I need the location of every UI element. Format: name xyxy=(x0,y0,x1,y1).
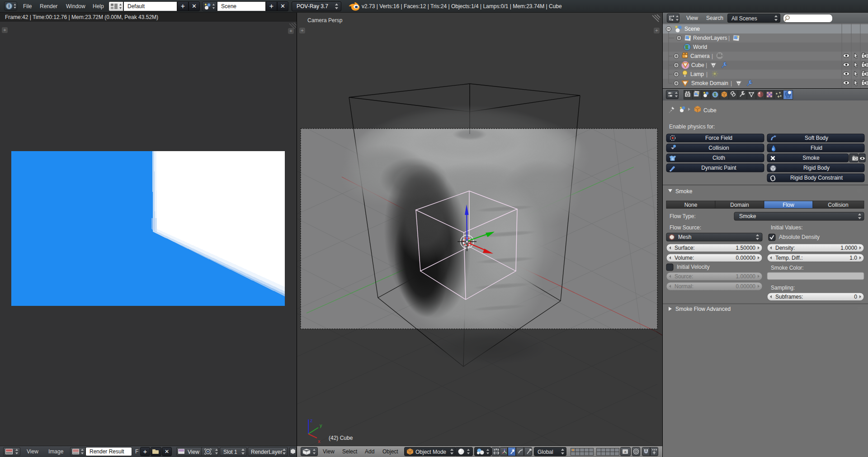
svg-text:y: y xyxy=(320,423,322,428)
svg-text:Absolute Density: Absolute Density xyxy=(779,234,820,240)
svg-text:Density:: Density: xyxy=(775,245,795,251)
svg-text:Flow: Flow xyxy=(783,202,794,208)
svg-text:Flow Type:: Flow Type: xyxy=(670,213,696,219)
svg-text:Fluid: Fluid xyxy=(811,145,822,151)
svg-text:(42) Cube: (42) Cube xyxy=(329,435,353,441)
svg-text:|: | xyxy=(731,80,732,86)
svg-text:1.50000: 1.50000 xyxy=(736,245,756,251)
svg-text:Smoke Color:: Smoke Color: xyxy=(771,265,804,271)
svg-text:Smoke: Smoke xyxy=(739,213,756,219)
svg-text:World: World xyxy=(693,44,707,50)
svg-text:Lamp: Lamp xyxy=(690,71,704,77)
svg-text:1: 1 xyxy=(672,157,674,161)
svg-text:1.0000: 1.0000 xyxy=(840,245,857,251)
svg-text:Rigid Body: Rigid Body xyxy=(803,165,830,171)
svg-text:Cube: Cube xyxy=(703,107,717,114)
svg-text:|: | xyxy=(712,53,713,59)
svg-text:0: 0 xyxy=(854,294,857,300)
svg-text:x: x xyxy=(318,438,321,444)
svg-text:z: z xyxy=(310,418,313,423)
svg-text:Rigid Body Constraint: Rigid Body Constraint xyxy=(790,175,843,181)
svg-text:Smoke Domain: Smoke Domain xyxy=(691,80,728,86)
svg-text:Smoke: Smoke xyxy=(675,188,693,195)
svg-text:Cloth: Cloth xyxy=(712,155,725,161)
svg-text:Soft Body: Soft Body xyxy=(805,135,828,141)
svg-text:Force Field: Force Field xyxy=(705,135,732,141)
svg-text:Smoke: Smoke xyxy=(802,155,820,161)
svg-text:a: a xyxy=(624,450,627,454)
svg-text:Initial Velocity: Initial Velocity xyxy=(677,264,710,270)
svg-text:|: | xyxy=(706,71,708,77)
svg-text:Volume:: Volume: xyxy=(675,255,694,261)
svg-text:Dynamic Paint: Dynamic Paint xyxy=(701,165,736,171)
svg-text:Cube: Cube xyxy=(691,62,704,68)
svg-text:|: | xyxy=(728,35,730,41)
svg-text:Subframes:: Subframes: xyxy=(775,294,803,300)
svg-text:Domain: Domain xyxy=(730,202,749,208)
svg-text:RenderLayers: RenderLayers xyxy=(693,35,727,41)
svg-text:Camera: Camera xyxy=(690,53,710,59)
svg-text:i: i xyxy=(8,3,9,9)
svg-text:1.0: 1.0 xyxy=(849,255,857,261)
svg-text:Temp. Diff.:: Temp. Diff.: xyxy=(775,255,802,261)
svg-text:Surface:: Surface: xyxy=(675,245,695,251)
svg-text:0.00000: 0.00000 xyxy=(736,255,756,261)
svg-text:Flow Source:: Flow Source: xyxy=(670,224,701,231)
svg-text:0.00000: 0.00000 xyxy=(736,283,756,290)
svg-text:1.00000: 1.00000 xyxy=(736,273,756,280)
svg-text:|: | xyxy=(706,62,707,68)
svg-text:Sampling:: Sampling: xyxy=(771,285,795,291)
svg-text:Initial Values:: Initial Values: xyxy=(771,224,802,231)
svg-text:Camera Persp: Camera Persp xyxy=(307,17,343,24)
svg-text:Mesh: Mesh xyxy=(678,234,691,240)
svg-text:Collision: Collision xyxy=(708,145,729,151)
svg-text:Smoke Flow Advanced: Smoke Flow Advanced xyxy=(675,306,731,312)
svg-text:Collision: Collision xyxy=(828,202,848,208)
svg-text:Normal:: Normal: xyxy=(675,283,693,290)
svg-text:Scene: Scene xyxy=(684,26,700,32)
svg-text:Source:: Source: xyxy=(675,273,693,280)
svg-text:None: None xyxy=(684,202,698,208)
